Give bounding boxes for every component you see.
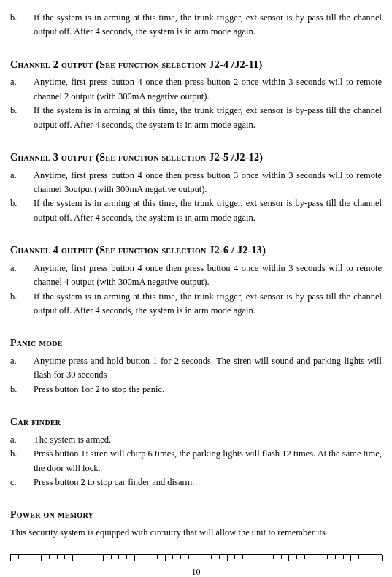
list-item: a. The system is armed. bbox=[10, 433, 382, 447]
list-text: Anytime press and hold button 1 for 2 se… bbox=[34, 354, 382, 383]
section-heading-channel3: Channel 3 output (See function selection… bbox=[10, 150, 382, 166]
list-marker: a. bbox=[10, 169, 34, 197]
list-item: b. If the system is in arming at this ti… bbox=[10, 290, 382, 318]
list-item: c. Press button 2 to stop car finder and… bbox=[10, 475, 382, 489]
section-heading-carfinder: Car finder bbox=[10, 414, 382, 430]
list-item: b. Press button 1: siren will chirp 6 ti… bbox=[10, 447, 382, 475]
list-text: If the system is in arming at this time,… bbox=[34, 196, 382, 225]
list-text: Anytime, first press button 4 once then … bbox=[34, 169, 382, 197]
list-marker: c. bbox=[10, 475, 34, 489]
list-item: b. Press button 1or 2 to stop the panic. bbox=[10, 383, 382, 397]
section-heading-power: Power on memory bbox=[10, 507, 382, 523]
section-heading-channel2: Channel 2 output (See function selection… bbox=[10, 57, 382, 73]
list-text: Anytime, first press button 4 once then … bbox=[34, 261, 382, 290]
list-marker: a. bbox=[10, 75, 34, 104]
list-item: b. If the system is in arming at this ti… bbox=[10, 104, 382, 132]
list-marker: b. bbox=[10, 447, 34, 475]
list-text: Press button 2 to stop car finder and di… bbox=[34, 475, 382, 489]
list-text: Press button 1or 2 to stop the panic. bbox=[34, 383, 382, 397]
list-item: b. If the system is in arming at this ti… bbox=[10, 196, 382, 225]
list-marker: b. bbox=[10, 104, 34, 132]
list-text: If the system is in arming at this time,… bbox=[34, 290, 382, 318]
list-text: Anytime, first press button 4 once then … bbox=[34, 75, 382, 104]
page-number: 10 bbox=[10, 565, 382, 577]
list-text: If the system is in arming at this time,… bbox=[34, 11, 382, 39]
list-marker: b. bbox=[10, 11, 34, 39]
list-text: If the system is in arming at this time,… bbox=[34, 104, 382, 132]
section-heading-panic: Panic mode bbox=[10, 335, 382, 351]
ruler bbox=[10, 554, 382, 561]
list-text: The system is armed. bbox=[34, 433, 382, 447]
list-item: a. Anytime press and hold button 1 for 2… bbox=[10, 354, 382, 383]
list-marker: a. bbox=[10, 354, 34, 383]
list-marker: b. bbox=[10, 383, 34, 397]
list-item: a. Anytime, first press button 4 once th… bbox=[10, 75, 382, 104]
list-marker: b. bbox=[10, 196, 34, 225]
list-text: Press button 1: siren will chirp 6 times… bbox=[34, 447, 382, 475]
list-marker: b. bbox=[10, 290, 34, 318]
list-marker: a. bbox=[10, 433, 34, 447]
list-item: a. Anytime, first press button 4 once th… bbox=[10, 261, 382, 290]
paragraph: This security system is equipped with ci… bbox=[10, 526, 382, 540]
list-item: a. Anytime, first press button 4 once th… bbox=[10, 169, 382, 197]
list-marker: a. bbox=[10, 261, 34, 290]
list-item: b. If the system is in arming at this ti… bbox=[10, 11, 382, 39]
section-heading-channel4: Channel 4 output (See function selection… bbox=[10, 242, 382, 259]
